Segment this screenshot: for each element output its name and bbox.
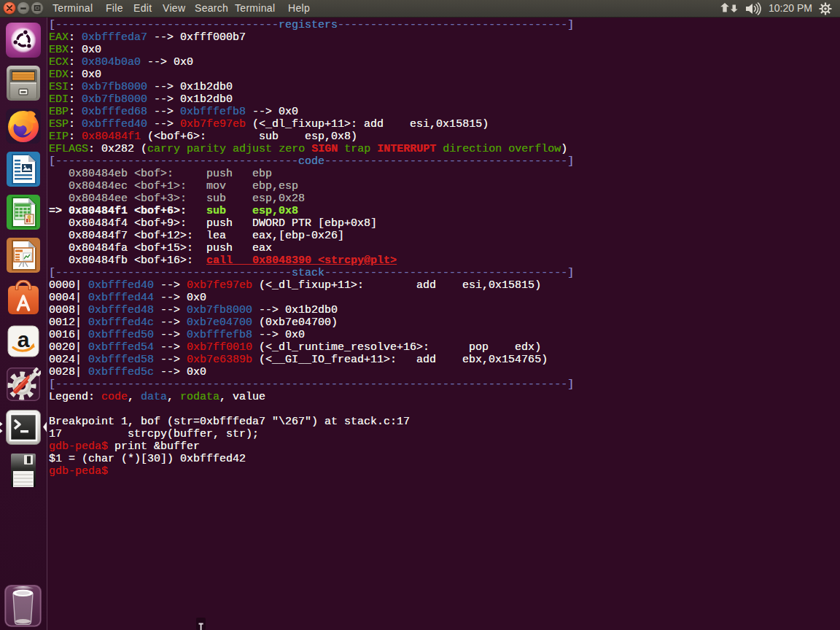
svg-text:a: a (18, 327, 30, 351)
